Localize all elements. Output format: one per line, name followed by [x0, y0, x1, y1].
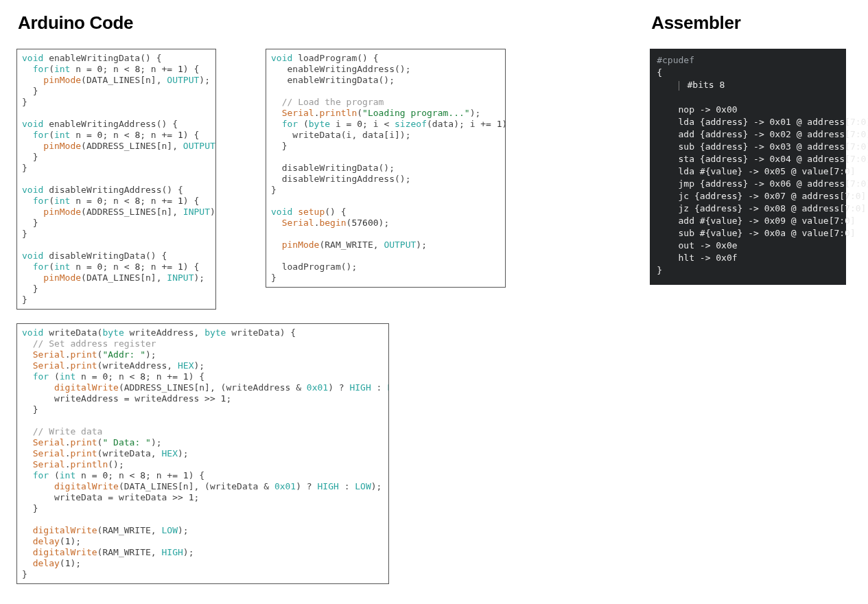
- arduino-heading: Arduino Code: [18, 12, 650, 34]
- assembler-heading: Assembler: [651, 12, 854, 34]
- arduino-code-block-a: void enableWritingData() { for(int n = 0…: [16, 49, 216, 310]
- assembler-code-block: #cpudef { #bits 8 nop -> 0x00 lda {addre…: [650, 49, 846, 285]
- arduino-code-block-c: void writeData(byte writeAddress, byte w…: [16, 323, 389, 584]
- arduino-code-block-b: void loadProgram() { enableWritingAddres…: [266, 49, 506, 288]
